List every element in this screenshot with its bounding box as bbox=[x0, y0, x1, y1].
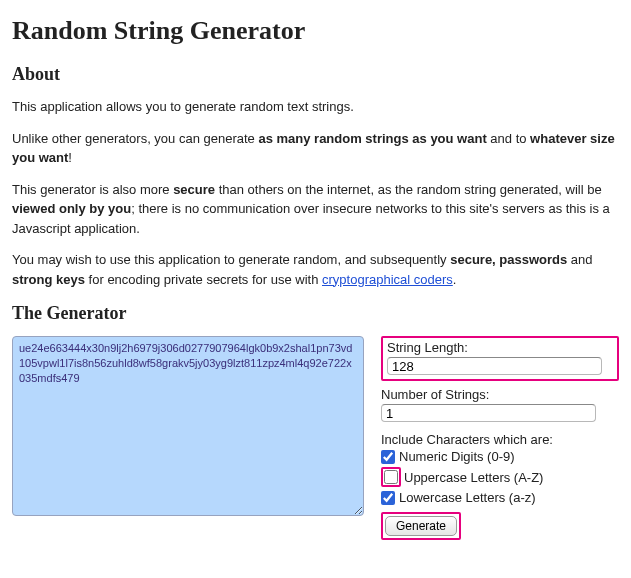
string-length-input[interactable] bbox=[387, 357, 602, 375]
generate-button[interactable]: Generate bbox=[385, 516, 457, 536]
include-chars-label: Include Characters which are: bbox=[381, 432, 619, 447]
about-paragraph-3: This generator is also more secure than … bbox=[12, 180, 619, 239]
about-paragraph-4: You may wish to use this application to … bbox=[12, 250, 619, 289]
lowercase-checkbox-label: Lowercase Letters (a-z) bbox=[399, 490, 536, 505]
page-title: Random String Generator bbox=[12, 16, 619, 46]
numeric-checkbox[interactable] bbox=[381, 450, 395, 464]
string-length-label: String Length: bbox=[387, 340, 613, 355]
numeric-checkbox-label: Numeric Digits (0-9) bbox=[399, 449, 515, 464]
generator-heading: The Generator bbox=[12, 303, 619, 324]
lowercase-checkbox[interactable] bbox=[381, 491, 395, 505]
generate-button-highlight: Generate bbox=[381, 512, 461, 540]
about-paragraph-2: Unlike other generators, you can generat… bbox=[12, 129, 619, 168]
string-length-group-highlight: String Length: bbox=[381, 336, 619, 381]
about-heading: About bbox=[12, 64, 619, 85]
about-paragraph-1: This application allows you to generate … bbox=[12, 97, 619, 117]
string-count-label: Number of Strings: bbox=[381, 387, 619, 402]
uppercase-checkbox-highlight bbox=[381, 467, 401, 487]
uppercase-checkbox[interactable] bbox=[384, 470, 398, 484]
string-count-input[interactable] bbox=[381, 404, 596, 422]
output-textarea[interactable] bbox=[12, 336, 364, 516]
uppercase-checkbox-label: Uppercase Letters (A-Z) bbox=[404, 470, 543, 485]
crypto-coders-link[interactable]: cryptographical coders bbox=[322, 272, 453, 287]
